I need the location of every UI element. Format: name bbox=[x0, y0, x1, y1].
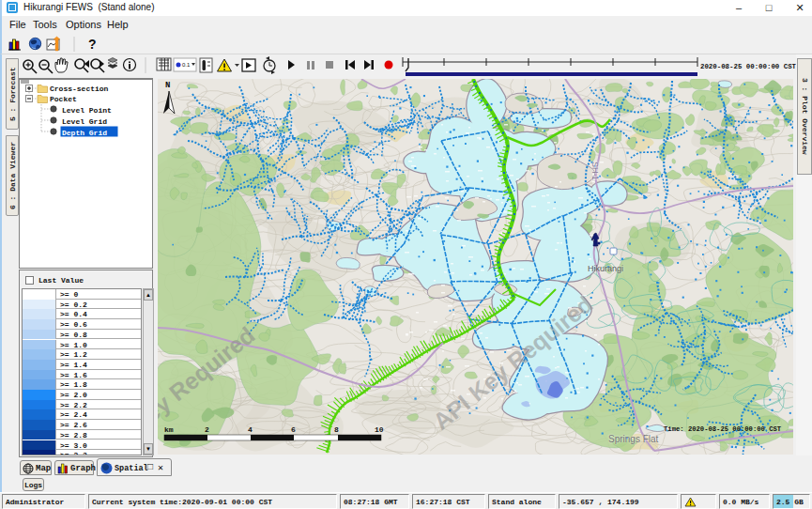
svg-text:4: 4 bbox=[248, 425, 253, 434]
svg-text:km: km bbox=[164, 425, 174, 434]
svg-text:10: 10 bbox=[375, 425, 384, 434]
svg-text:6: 6 bbox=[291, 425, 296, 434]
svg-text:?: ? bbox=[88, 37, 97, 52]
svg-text:Level Point: Level Point bbox=[62, 106, 112, 115]
svg-text:0.1: 0.1 bbox=[182, 62, 191, 68]
svg-text:2: 2 bbox=[205, 425, 209, 434]
svg-text:Depth Grid: Depth Grid bbox=[62, 129, 107, 137]
svg-text:Pocket: Pocket bbox=[50, 95, 77, 103]
svg-text:Cross-section: Cross-section bbox=[50, 85, 109, 93]
svg-text:Level Grid: Level Grid bbox=[62, 117, 107, 126]
svg-text:8: 8 bbox=[334, 425, 339, 434]
